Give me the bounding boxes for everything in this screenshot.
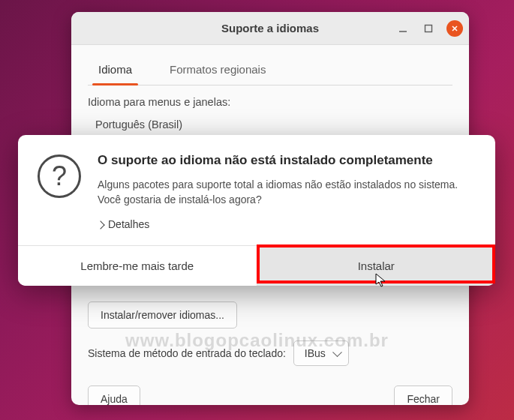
svg-rect-1: [425, 26, 432, 32]
help-button[interactable]: Ajuda: [88, 386, 140, 405]
footer-row: Ajuda Fechar: [88, 386, 452, 405]
tabs: Idioma Formatos regionais: [88, 56, 452, 86]
input-method-select[interactable]: IBus: [293, 340, 349, 366]
chevron-right-icon: [96, 220, 104, 229]
dialog-actions: Lembre-me mais tarde Instalar: [18, 245, 495, 286]
tab-idioma[interactable]: Idioma: [88, 56, 143, 85]
minimize-button[interactable]: [395, 21, 410, 36]
question-icon: ?: [38, 154, 81, 198]
close-window-button[interactable]: Fechar: [394, 386, 452, 405]
input-method-label: Sistema de método de entrada do teclado:: [88, 347, 286, 359]
maximize-button[interactable]: [421, 21, 436, 36]
remind-later-button[interactable]: Lembre-me mais tarde: [18, 246, 257, 286]
close-button[interactable]: [446, 20, 463, 37]
dialog-title: O suporte ao idioma não está instalado c…: [98, 153, 476, 168]
menu-language-label: Idioma para menus e janelas:: [88, 96, 452, 108]
install-dialog: ? O suporte ao idioma não está instalado…: [18, 135, 495, 286]
dialog-text: O suporte ao idioma não está instalado c…: [98, 153, 476, 230]
tab-formatos[interactable]: Formatos regionais: [159, 56, 276, 85]
details-expander[interactable]: Detalhes: [98, 218, 149, 230]
window-controls: [395, 12, 463, 45]
titlebar: Suporte a idiomas: [71, 12, 469, 45]
input-method-value: IBus: [305, 347, 326, 359]
install-button[interactable]: Instalar: [257, 246, 496, 286]
install-remove-button[interactable]: Instalar/remover idiomas...: [88, 302, 237, 328]
input-method-row: Sistema de método de entrada do teclado:…: [88, 340, 452, 366]
dialog-body: ? O suporte ao idioma não está instalado…: [18, 135, 495, 245]
list-item[interactable]: Português (Brasil): [94, 116, 452, 134]
dialog-description: Alguns pacotes para suporte total a idio…: [98, 177, 476, 208]
window-title: Suporte a idiomas: [221, 22, 319, 34]
details-label: Detalhes: [108, 218, 149, 230]
